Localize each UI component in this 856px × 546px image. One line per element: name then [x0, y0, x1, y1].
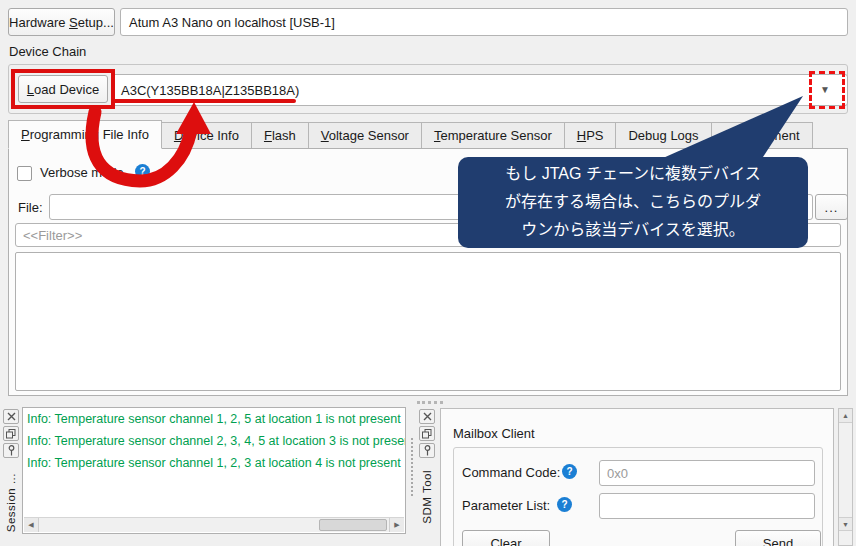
- command-code-input[interactable]: [599, 460, 815, 486]
- session-log-lines: Info: Temperature sensor channel 1, 2, 5…: [23, 408, 405, 474]
- hardware-name-value: Atum A3 Nano on localhost [USB-1]: [129, 15, 335, 30]
- annotation-red-box: [11, 69, 115, 109]
- callout-line: ウンから該当デバイスを選択。: [458, 216, 808, 244]
- device-chain-value: A3C(Y135BB18A|Z135BB18A): [121, 83, 299, 98]
- dock-splitter-handle[interactable]: [411, 438, 414, 496]
- float-window-icon[interactable]: [419, 426, 435, 441]
- command-code-label: Command Code:: [462, 465, 560, 480]
- callout-line: が存在する場合は、こちらのプルダ: [458, 188, 808, 216]
- sdm-dock-titlebar: SDM Tool: [418, 408, 438, 546]
- tab[interactable]: Debug Logs: [615, 122, 711, 149]
- parameter-list-input[interactable]: [599, 493, 815, 519]
- sdm-tool-panel: Mailbox Client Command Code: ? Parameter…: [440, 408, 834, 546]
- browse-button[interactable]: ...: [815, 194, 848, 220]
- scroll-up-icon[interactable]: ▲: [839, 409, 852, 423]
- pin-icon[interactable]: [3, 443, 19, 458]
- log-line: Info: Temperature sensor channel 1, 2, 3…: [23, 452, 405, 474]
- scroll-down-icon[interactable]: ▼: [839, 517, 852, 531]
- help-icon[interactable]: ?: [562, 464, 577, 479]
- verbose-mode-label: Verbose mode: [40, 165, 124, 180]
- file-info-list[interactable]: [15, 252, 841, 391]
- parameter-list-label: Parameter List:: [462, 498, 550, 513]
- hardware-name-field[interactable]: Atum A3 Nano on localhost [USB-1]: [120, 8, 848, 36]
- vertical-scrollbar[interactable]: ▲ ▼: [838, 408, 853, 546]
- send-button[interactable]: Send: [735, 530, 821, 546]
- tab[interactable]: HPS: [564, 122, 617, 149]
- dock-drag-handle[interactable]: [417, 401, 443, 404]
- help-icon[interactable]: ?: [557, 497, 572, 512]
- clear-button[interactable]: Clear: [462, 530, 550, 546]
- hardware-setup-label: Hardware: [9, 15, 69, 30]
- sdm-dock-title: SDM Tool: [421, 470, 433, 524]
- help-icon[interactable]: ?: [135, 164, 150, 179]
- float-window-icon[interactable]: [3, 426, 19, 441]
- mailbox-client-title: Mailbox Client: [453, 426, 535, 441]
- callout-bubble: もし JTAG チェーンに複数デバイス が存在する場合は、こちらのプルダ ウンか…: [458, 157, 808, 248]
- callout-line: もし JTAG チェーンに複数デバイス: [458, 160, 808, 188]
- tab-bar: Programming File Info Device Info Flash …: [8, 120, 812, 149]
- mailbox-client-groupbox: Command Code: ? Parameter List: ? Clear …: [453, 447, 823, 546]
- annotation-red-underline: [112, 99, 296, 103]
- hardware-setup-button[interactable]: Hardware Setup...: [8, 8, 115, 36]
- tab[interactable]: Management: [711, 122, 813, 149]
- tab[interactable]: Programming File Info: [8, 120, 162, 149]
- file-label: File:: [18, 200, 43, 215]
- verbose-mode-checkbox[interactable]: [17, 166, 32, 181]
- horizontal-scrollbar[interactable]: ◀ ▶: [24, 517, 404, 532]
- close-icon[interactable]: [3, 409, 19, 424]
- tab[interactable]: Voltage Sensor: [308, 122, 422, 149]
- log-line: Info: Temperature sensor channel 2, 3, 4…: [23, 430, 405, 452]
- tab[interactable]: Temperature Sensor: [421, 122, 565, 149]
- scroll-left-icon[interactable]: ◀: [24, 518, 39, 532]
- tab[interactable]: Device Info: [161, 122, 252, 149]
- pin-icon[interactable]: [419, 443, 435, 458]
- session-log-area[interactable]: Info: Temperature sensor channel 1, 2, 5…: [22, 407, 406, 534]
- tab[interactable]: Flash: [251, 122, 309, 149]
- close-icon[interactable]: [419, 409, 435, 424]
- scrollbar-thumb[interactable]: [319, 519, 387, 531]
- device-chain-label: Device Chain: [9, 44, 86, 59]
- annotation-red-dashed-box: [809, 71, 845, 109]
- scroll-right-icon[interactable]: ▶: [389, 518, 404, 532]
- log-line: Info: Temperature sensor channel 1, 2, 5…: [23, 408, 405, 430]
- session-dock-titlebar: Session ...: [2, 408, 22, 534]
- session-dock-title: Session ...: [5, 473, 17, 532]
